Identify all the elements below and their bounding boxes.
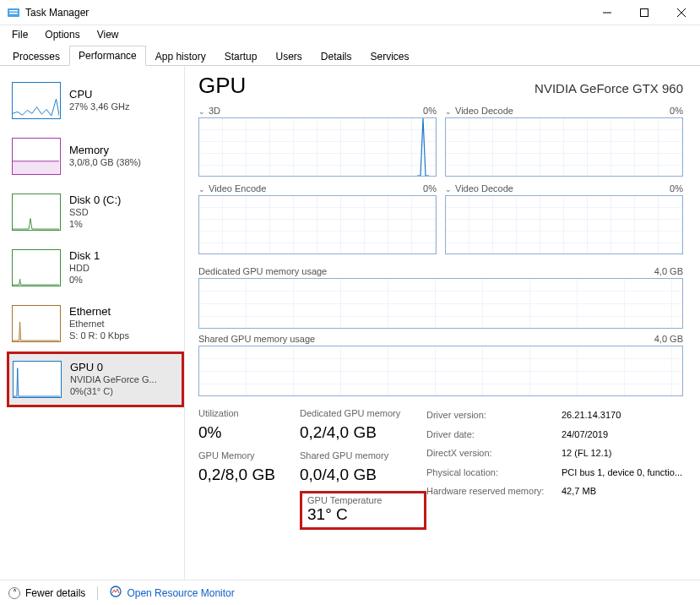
menubar: File Options View: [0, 25, 700, 44]
chevron-up-icon: ˄: [8, 587, 20, 599]
util-label: Utilization: [198, 408, 300, 418]
disk0-line1: SSD: [69, 207, 121, 219]
svg-rect-4: [641, 8, 648, 16]
disk1-name: Disk 1: [69, 249, 100, 263]
sidebar-item-ethernet[interactable]: Ethernet Ethernet S: 0 R: 0 Kbps: [7, 296, 184, 352]
close-button[interactable]: [663, 0, 700, 25]
ethernet-thumb: [12, 305, 61, 342]
engine-video-decode-2-pct: 0%: [670, 183, 683, 193]
gpu-thumb: [13, 361, 62, 398]
ethernet-line2: S: 0 R: 0 Kbps: [69, 330, 129, 342]
tab-details[interactable]: Details: [312, 46, 361, 66]
sidebar-item-disk1[interactable]: Disk 1 HDD 0%: [7, 240, 184, 296]
svg-rect-2: [9, 13, 18, 14]
shared-label: Shared GPU memory: [300, 450, 426, 461]
engine-video-encode-pct: 0%: [423, 183, 437, 193]
tab-startup[interactable]: Startup: [215, 46, 267, 66]
tab-users[interactable]: Users: [266, 46, 311, 66]
tab-performance[interactable]: Performance: [69, 46, 146, 66]
drvdate-k: Driver date:: [426, 428, 562, 442]
engine-video-decode-1: ⌄Video Decode 0%: [445, 106, 683, 177]
footer: ˄ Fewer details Open Resource Monitor: [0, 580, 700, 605]
minimize-button[interactable]: [589, 0, 626, 25]
svg-rect-7: [13, 161, 59, 174]
gpumem-value: 0,2/8,0 GB: [198, 466, 300, 484]
tabstrip: Processes Performance App history Startu…: [0, 44, 700, 66]
tab-services[interactable]: Services: [361, 46, 419, 66]
memory-name: Memory: [69, 144, 141, 157]
cpu-line1: 27% 3,46 GHz: [69, 101, 130, 113]
engine-video-decode-1-selector[interactable]: ⌄Video Decode: [445, 106, 513, 116]
gpumem-label: GPU Memory: [198, 450, 300, 461]
gpu-line2: 0%(31° C): [70, 386, 157, 398]
menu-file[interactable]: File: [5, 27, 35, 42]
gpu-model: NVIDIA GeForce GTX 960: [534, 81, 683, 95]
graph-video-decode-2: [445, 195, 683, 254]
engine-video-decode-2-selector[interactable]: ⌄Video Decode: [445, 183, 513, 193]
gpu-name: GPU 0: [70, 361, 157, 374]
sidebar-item-memory[interactable]: Memory 3,0/8,0 GB (38%): [7, 128, 184, 184]
window-title: Task Manager: [25, 7, 589, 19]
cpu-thumb: [12, 82, 61, 119]
graph-video-encode: [198, 195, 437, 254]
gpu-temp-highlight: GPU Temperature 31° C: [300, 491, 426, 530]
hw-v: 42,7 MB: [562, 484, 596, 499]
ethernet-name: Ethernet: [69, 305, 129, 319]
graph-shared-mem: [198, 346, 683, 396]
engine-3d-selector[interactable]: ⌄3D: [198, 106, 220, 116]
disk1-line1: HDD: [69, 263, 100, 275]
page-title: GPU: [198, 73, 246, 99]
tab-processes[interactable]: Processes: [3, 46, 69, 66]
cpu-name: CPU: [69, 88, 130, 101]
dedicated-label: Dedicated GPU memory: [300, 408, 426, 418]
titlebar: Task Manager: [0, 0, 700, 25]
loc-v: PCI bus 1, device 0, functio...: [562, 466, 682, 480]
memory-thumb: [12, 138, 61, 175]
disk0-line2: 1%: [69, 219, 121, 231]
graph-dedicated-mem: [198, 278, 683, 329]
temp-label: GPU Temperature: [307, 495, 419, 505]
engine-video-decode-1-pct: 0%: [670, 106, 683, 116]
dedicated-mem-max: 4,0 GB: [654, 266, 683, 276]
shared-value: 0,0/4,0 GB: [300, 466, 426, 484]
chevron-down-icon: ⌄: [445, 185, 452, 193]
memory-line1: 3,0/8,0 GB (38%): [69, 157, 141, 169]
drvdate-v: 24/07/2019: [562, 428, 608, 442]
engine-video-encode: ⌄Video Encode 0%: [198, 183, 437, 254]
graph-3d: [198, 117, 437, 177]
shared-mem-max: 4,0 GB: [654, 334, 683, 344]
loc-k: Physical location:: [426, 466, 562, 480]
sidebar-item-disk0[interactable]: Disk 0 (C:) SSD 1%: [7, 184, 184, 240]
fewer-details-button[interactable]: ˄ Fewer details: [8, 587, 85, 599]
dx-v: 12 (FL 12.1): [562, 446, 612, 461]
drvver-v: 26.21.14.3170: [562, 408, 621, 422]
graph-video-decode-1: [445, 117, 683, 177]
sidebar-item-cpu[interactable]: CPU 27% 3,46 GHz: [7, 73, 184, 128]
tab-apphistory[interactable]: App history: [146, 46, 215, 66]
chevron-down-icon: ⌄: [445, 107, 452, 116]
engine-3d: ⌄3D 0%: [198, 106, 437, 177]
engine-video-decode-2: ⌄Video Decode 0%: [445, 183, 683, 254]
sidebar-item-gpu0[interactable]: GPU 0 NVIDIA GeForce G... 0%(31° C): [7, 352, 184, 407]
body: CPU 27% 3,46 GHz Memory 3,0/8,0 GB (38%)…: [0, 66, 700, 580]
gpu-line1: NVIDIA GeForce G...: [70, 374, 157, 386]
drvver-k: Driver version:: [426, 408, 562, 422]
dx-k: DirectX version:: [426, 446, 562, 461]
chevron-down-icon: ⌄: [198, 185, 205, 193]
disk0-thumb: [12, 193, 61, 231]
dedicated-mem-label: Dedicated GPU memory usage: [198, 266, 327, 276]
disk1-thumb: [12, 249, 61, 286]
resource-monitor-icon: [110, 586, 122, 600]
menu-options[interactable]: Options: [38, 27, 86, 42]
shared-mem-label: Shared GPU memory usage: [198, 334, 315, 344]
hw-k: Hardware reserved memory:: [426, 484, 562, 499]
open-resource-monitor-link[interactable]: Open Resource Monitor: [110, 586, 234, 600]
sidebar: CPU 27% 3,46 GHz Memory 3,0/8,0 GB (38%)…: [0, 66, 184, 580]
maximize-button[interactable]: [626, 0, 663, 25]
menu-view[interactable]: View: [90, 27, 126, 42]
engine-video-encode-selector[interactable]: ⌄Video Encode: [198, 183, 266, 193]
chevron-down-icon: ⌄: [198, 107, 205, 116]
disk0-name: Disk 0 (C:): [69, 193, 121, 207]
util-value: 0%: [198, 423, 300, 442]
main-pane: GPU NVIDIA GeForce GTX 960 ⌄3D 0% ⌄Video…: [184, 66, 700, 580]
